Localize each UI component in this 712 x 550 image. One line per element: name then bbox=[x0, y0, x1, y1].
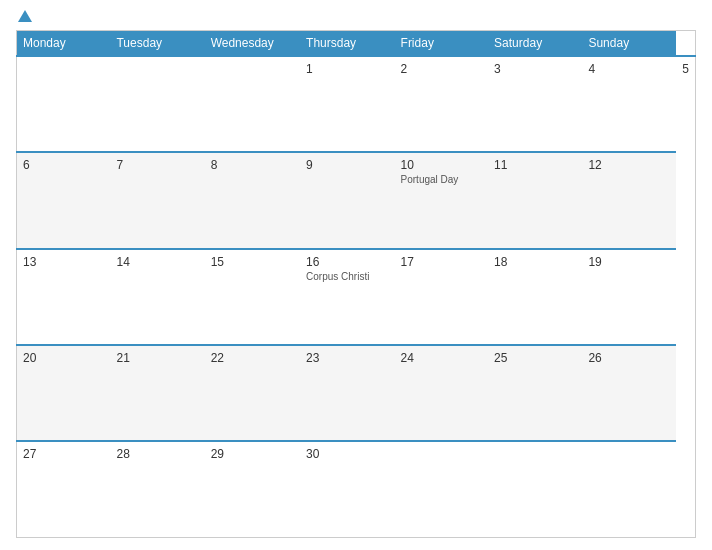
table-row: 22 bbox=[205, 345, 300, 441]
day-number: 1 bbox=[306, 62, 388, 76]
day-number: 10 bbox=[401, 158, 483, 172]
days-header-row: Monday Tuesday Wednesday Thursday Friday… bbox=[17, 31, 696, 57]
table-row: 18 bbox=[488, 249, 582, 345]
day-event: Corpus Christi bbox=[306, 271, 388, 282]
day-number: 15 bbox=[211, 255, 294, 269]
table-row: 8 bbox=[205, 152, 300, 248]
calendar-week-row: 27282930 bbox=[17, 441, 696, 537]
calendar-week-row: 13141516Corpus Christi171819 bbox=[17, 249, 696, 345]
day-number: 23 bbox=[306, 351, 388, 365]
day-number: 26 bbox=[588, 351, 670, 365]
table-row bbox=[395, 441, 489, 537]
table-row: 13 bbox=[17, 249, 111, 345]
logo bbox=[16, 12, 32, 24]
header bbox=[16, 12, 696, 24]
logo-triangle-icon bbox=[18, 10, 32, 22]
day-number: 12 bbox=[588, 158, 670, 172]
table-row: 1 bbox=[300, 56, 394, 152]
table-row: 19 bbox=[582, 249, 676, 345]
day-number: 25 bbox=[494, 351, 576, 365]
table-row: 10Portugal Day bbox=[395, 152, 489, 248]
table-row: 5 bbox=[676, 56, 695, 152]
table-row: 20 bbox=[17, 345, 111, 441]
calendar-week-row: 12345 bbox=[17, 56, 696, 152]
col-friday: Friday bbox=[395, 31, 489, 57]
day-number: 30 bbox=[306, 447, 388, 461]
table-row: 4 bbox=[582, 56, 676, 152]
table-row bbox=[582, 441, 676, 537]
table-row: 23 bbox=[300, 345, 394, 441]
day-number: 24 bbox=[401, 351, 483, 365]
calendar-page: Monday Tuesday Wednesday Thursday Friday… bbox=[0, 0, 712, 550]
day-number: 16 bbox=[306, 255, 388, 269]
day-number: 11 bbox=[494, 158, 576, 172]
table-row: 14 bbox=[110, 249, 204, 345]
day-number: 27 bbox=[23, 447, 104, 461]
table-row: 6 bbox=[17, 152, 111, 248]
day-number: 21 bbox=[116, 351, 198, 365]
day-number: 13 bbox=[23, 255, 104, 269]
day-number: 14 bbox=[116, 255, 198, 269]
table-row: 21 bbox=[110, 345, 204, 441]
table-row bbox=[488, 441, 582, 537]
col-monday: Monday bbox=[17, 31, 111, 57]
table-row: 25 bbox=[488, 345, 582, 441]
day-number: 6 bbox=[23, 158, 104, 172]
table-row: 16Corpus Christi bbox=[300, 249, 394, 345]
table-row: 9 bbox=[300, 152, 394, 248]
table-row: 29 bbox=[205, 441, 300, 537]
table-row: 7 bbox=[110, 152, 204, 248]
col-thursday: Thursday bbox=[300, 31, 394, 57]
day-number: 5 bbox=[682, 62, 689, 76]
day-event: Portugal Day bbox=[401, 174, 483, 185]
table-row: 28 bbox=[110, 441, 204, 537]
table-row: 17 bbox=[395, 249, 489, 345]
calendar-week-row: 678910Portugal Day1112 bbox=[17, 152, 696, 248]
table-row bbox=[17, 56, 111, 152]
col-sunday: Sunday bbox=[582, 31, 676, 57]
day-number: 8 bbox=[211, 158, 294, 172]
table-row: 12 bbox=[582, 152, 676, 248]
day-number: 4 bbox=[588, 62, 670, 76]
table-row: 3 bbox=[488, 56, 582, 152]
day-number: 3 bbox=[494, 62, 576, 76]
table-row: 2 bbox=[395, 56, 489, 152]
calendar-table: Monday Tuesday Wednesday Thursday Friday… bbox=[16, 30, 696, 538]
table-row: 15 bbox=[205, 249, 300, 345]
day-number: 29 bbox=[211, 447, 294, 461]
col-wednesday: Wednesday bbox=[205, 31, 300, 57]
day-number: 19 bbox=[588, 255, 670, 269]
table-row: 24 bbox=[395, 345, 489, 441]
table-row: 27 bbox=[17, 441, 111, 537]
calendar-week-row: 20212223242526 bbox=[17, 345, 696, 441]
table-row bbox=[110, 56, 204, 152]
day-number: 7 bbox=[116, 158, 198, 172]
day-number: 22 bbox=[211, 351, 294, 365]
day-number: 28 bbox=[116, 447, 198, 461]
table-row: 11 bbox=[488, 152, 582, 248]
day-number: 20 bbox=[23, 351, 104, 365]
day-number: 9 bbox=[306, 158, 388, 172]
col-saturday: Saturday bbox=[488, 31, 582, 57]
col-tuesday: Tuesday bbox=[110, 31, 204, 57]
table-row: 26 bbox=[582, 345, 676, 441]
table-row: 30 bbox=[300, 441, 394, 537]
day-number: 18 bbox=[494, 255, 576, 269]
day-number: 2 bbox=[401, 62, 483, 76]
day-number: 17 bbox=[401, 255, 483, 269]
table-row bbox=[205, 56, 300, 152]
